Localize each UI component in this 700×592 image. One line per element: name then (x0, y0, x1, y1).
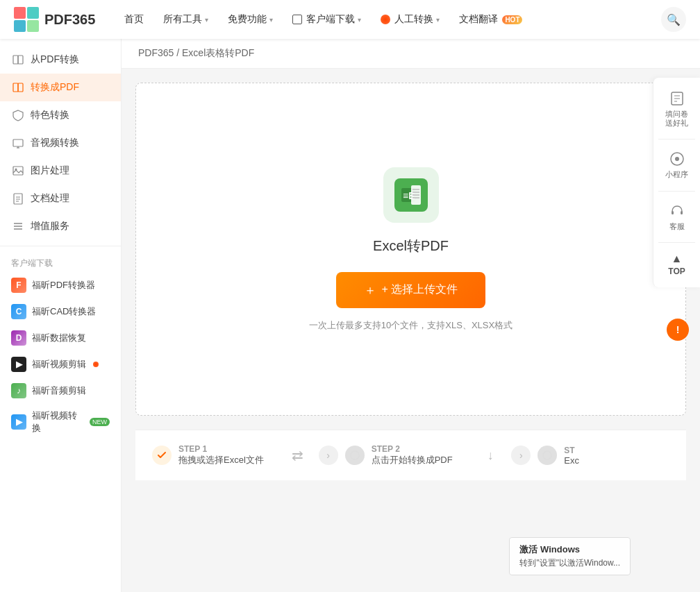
service-button[interactable]: 客服 (653, 196, 700, 238)
svg-point-25 (543, 451, 551, 459)
excel-icon: ≡E (394, 178, 428, 212)
sidebar-item-media[interactable]: 音视频转换 (0, 129, 121, 157)
step-1: STEP 1 拖拽或选择Excel文件 (152, 444, 284, 466)
new-badge: NEW (90, 418, 110, 426)
logo[interactable]: PDF365 (14, 7, 95, 32)
from-pdf-icon (11, 53, 25, 67)
nav-translate[interactable]: 文档翻译 HOT (451, 9, 531, 30)
sidebar: 从PDF转换 转换成PDF 特色转换 音视频转换 图片处理 (0, 39, 122, 592)
mini-program-button[interactable]: 小程序 (653, 144, 700, 186)
step-2: STEP 2 点击开始转换成PDF (345, 444, 477, 466)
data-recovery-icon: D (11, 330, 26, 346)
svg-rect-8 (13, 167, 23, 175)
main-content: PDF365 / Excel表格转PDF ! ≡E (122, 39, 700, 592)
audio-edit-icon: ♪ (11, 383, 26, 398)
step-3-check (538, 446, 557, 465)
sidebar-item-image[interactable]: 图片处理 (0, 157, 121, 185)
image-icon (11, 164, 25, 178)
step-separator-2: ↓ (476, 448, 504, 463)
activate-watermark: 激活 Windows 转到"设置"以激活Window... (509, 537, 631, 575)
nav-tools[interactable]: 所有工具 ▾ (155, 9, 217, 30)
svg-point-31 (675, 157, 679, 161)
svg-point-24 (351, 451, 359, 459)
hot-dot-icon (93, 362, 99, 367)
sidebar-section-label: 客户端下载 (0, 252, 121, 272)
circle-arrow-icon: › (326, 450, 330, 461)
chevron-down-icon: ▾ (436, 16, 440, 24)
service-icon (669, 203, 685, 219)
service-label: 客服 (669, 222, 685, 231)
shield-icon (11, 108, 25, 122)
upload-title: Excel转PDF (373, 237, 449, 255)
sidebar-app-data-recovery[interactable]: D 福昕数据恢复 (0, 325, 121, 351)
chevron-down-icon: ▾ (205, 16, 208, 24)
panel-divider-3 (658, 242, 696, 243)
sidebar-app-pdf-converter[interactable]: F 福昕PDF转换器 (0, 272, 121, 298)
svg-rect-33 (681, 211, 683, 214)
video-edit-icon: ▶ (11, 357, 26, 372)
svg-rect-1 (18, 56, 23, 64)
sidebar-item-to-pdf[interactable]: 转换成PDF (0, 74, 121, 101)
chevron-down-icon: ▾ (269, 16, 273, 24)
nav-free[interactable]: 免费功能 ▾ (219, 9, 281, 30)
chevron-down-icon: ▾ (358, 16, 361, 24)
nav-manual[interactable]: 人工转换 ▾ (372, 9, 448, 30)
upload-hint: 一次上传最多支持10个文件，支持XLS、XLSX格式 (309, 319, 512, 332)
sidebar-item-special[interactable]: 特色转换 (0, 101, 121, 129)
sidebar-item-value[interactable]: 增值服务 (0, 212, 121, 240)
circle-arrow-2-icon: › (519, 450, 523, 461)
sidebar-item-doc[interactable]: 文档处理 (0, 185, 121, 212)
questionnaire-icon (669, 90, 685, 107)
download-arrow-icon: ↓ (488, 448, 494, 463)
top-button[interactable]: ▲ TOP (653, 247, 700, 282)
excel-icon-wrapper: ≡E (383, 167, 439, 223)
header: PDF365 首页 所有工具 ▾ 免费功能 ▾ 客户端下载 ▾ 人工转换 ▾ 文… (0, 0, 700, 39)
double-arrow-icon: ⇄ (292, 447, 303, 464)
mini-program-label: 小程序 (665, 170, 688, 179)
list-icon (11, 219, 25, 233)
main-layout: 从PDF转换 转换成PDF 特色转换 音视频转换 图片处理 (0, 39, 700, 592)
breadcrumb: PDF365 / Excel表格转PDF ! (122, 39, 700, 69)
hot-badge: HOT (502, 15, 522, 24)
upload-area[interactable]: ≡E Excel转PDF ＋ + 选择上传文件 一次上传最多支持10个文件，支持… (135, 83, 686, 416)
svg-rect-5 (13, 139, 23, 146)
panel-divider-2 (658, 191, 696, 192)
plus-icon: ＋ (364, 282, 376, 298)
step-arrow-1: › (319, 446, 338, 465)
top-label: TOP (668, 267, 685, 276)
nav-download[interactable]: 客户端下载 ▾ (284, 9, 369, 30)
search-button[interactable]: 🔍 (661, 7, 686, 32)
svg-rect-0 (13, 56, 18, 64)
logo-icon (14, 7, 39, 32)
step-separator-1: ⇄ (284, 447, 312, 464)
alert-icon: ! (676, 324, 680, 335)
questionnaire-label: 填问卷送好礼 (665, 110, 688, 128)
sidebar-app-cad-converter[interactable]: C 福昕CAD转换器 (0, 298, 121, 325)
logo-text: PDF365 (44, 12, 95, 28)
sidebar-item-from-pdf[interactable]: 从PDF转换 (0, 46, 121, 74)
svg-rect-4 (18, 83, 23, 92)
svg-rect-32 (672, 211, 674, 214)
sidebar-app-video-convert[interactable]: ▶ 福昕视频转换 NEW (0, 404, 121, 440)
questionnaire-button[interactable]: 填问卷送好礼 (653, 83, 700, 135)
panel-divider-1 (658, 139, 696, 139)
top-arrow-icon: ▲ (672, 253, 683, 265)
notification-dot[interactable]: ! (667, 319, 689, 341)
upload-button[interactable]: ＋ + 选择上传文件 (336, 272, 486, 308)
cad-icon: C (11, 304, 26, 319)
to-pdf-icon (11, 81, 25, 94)
nav-menu: 首页 所有工具 ▾ 免费功能 ▾ 客户端下载 ▾ 人工转换 ▾ 文档翻译 HOT (116, 9, 661, 30)
step-1-check (152, 446, 172, 465)
fire-icon (381, 15, 390, 24)
sidebar-app-video-edit[interactable]: ▶ 福昕视频剪辑 (0, 351, 121, 378)
nav-home[interactable]: 首页 (116, 9, 152, 30)
mini-program-icon (669, 151, 685, 167)
steps-bar: STEP 1 拖拽或选择Excel文件 ⇄ › STEP 2 点击开始转换成PD… (135, 430, 686, 480)
step-arrow-2: › (511, 446, 531, 465)
search-icon: 🔍 (667, 13, 681, 26)
sidebar-divider (0, 246, 121, 246)
media-icon (11, 136, 25, 150)
right-panel: 填问卷送好礼 小程序 客服 ▲ TOP (653, 78, 700, 287)
sidebar-app-audio-edit[interactable]: ♪ 福昕音频剪辑 (0, 378, 121, 404)
document-icon (11, 192, 25, 205)
